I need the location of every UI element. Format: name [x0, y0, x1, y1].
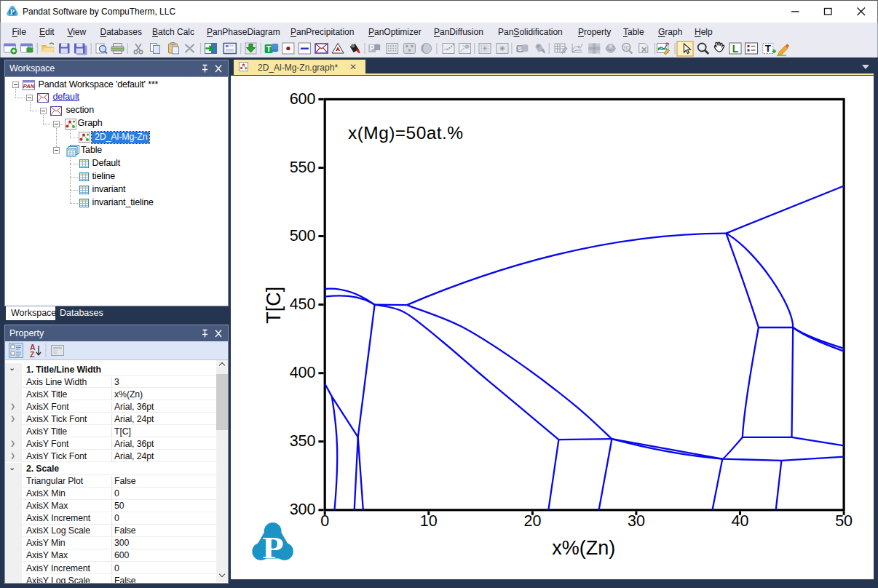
svg-text:20: 20: [523, 512, 541, 529]
svg-text:P: P: [370, 44, 375, 52]
svg-text:600: 600: [290, 90, 316, 107]
svg-text:PAN: PAN: [23, 83, 35, 90]
svg-text:P: P: [262, 530, 283, 565]
svg-text:500: 500: [290, 226, 316, 244]
svg-text:550: 550: [290, 158, 316, 175]
svg-text:L: L: [732, 43, 739, 55]
svg-text:10: 10: [420, 512, 438, 529]
svg-text:S: S: [518, 45, 522, 52]
svg-text:350: 350: [290, 432, 316, 449]
svg-text:450: 450: [290, 295, 316, 312]
svg-text:40: 40: [732, 512, 749, 529]
svg-text:50: 50: [835, 512, 853, 529]
svg-text:P: P: [10, 8, 15, 16]
svg-text:0: 0: [320, 512, 329, 529]
svg-text:x(Mg)=50at.%: x(Mg)=50at.%: [348, 123, 464, 143]
svg-text:T: T: [765, 43, 772, 54]
svg-text:30: 30: [628, 512, 645, 529]
svg-text:300: 300: [290, 501, 316, 518]
svg-text:3D: 3D: [623, 44, 630, 51]
svg-text:Z: Z: [30, 350, 35, 359]
svg-text:T: T: [266, 44, 272, 53]
svg-text:x%(Zn): x%(Zn): [552, 537, 615, 559]
svg-text:400: 400: [290, 363, 316, 381]
svg-text:T[C]: T[C]: [263, 286, 285, 323]
